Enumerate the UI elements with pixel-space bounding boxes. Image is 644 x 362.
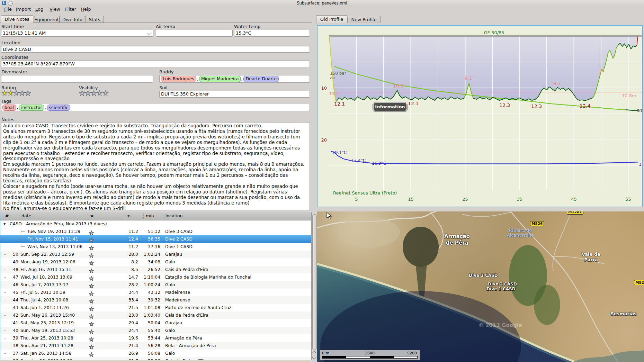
dive-duration: 1:00:24 [139, 282, 160, 287]
coordinates-field[interactable]: 37°05'23.460"N 8°20'47.879"W [1, 61, 310, 67]
dive-depth: 12.4 [118, 236, 138, 242]
dive-row[interactable]: –47Wed, Jul 10, 2013 13:09★★★★★14.71:10:… [0, 273, 311, 281]
dive-date: Sat, May 25, 2013 12:19 [20, 320, 74, 325]
dive-list-scrollbar[interactable] [312, 212, 317, 360]
svg-text:80: 80 [636, 108, 642, 113]
chip-separator: , [197, 76, 198, 82]
column-header-★[interactable]: ★ [88, 213, 94, 219]
dive-depth: 11.2 [118, 229, 138, 234]
svg-text:16.9°C: 16.9°C [372, 161, 386, 166]
divemaster-field[interactable] [1, 75, 153, 83]
expander-icon[interactable]: ▾– [3, 221, 8, 226]
menu-file[interactable]: File [3, 7, 12, 12]
dive-row[interactable]: –41Sat, May 25, 2013 12:19★★★★★29.450:04… [0, 319, 311, 327]
menu-import[interactable]: Import [15, 7, 32, 12]
svg-text:25: 25 [462, 197, 468, 202]
water-temp-field[interactable]: 15.3°C [234, 30, 310, 37]
dive-depth: 21.5 [118, 305, 138, 310]
dive-row[interactable]: –42Sun, May 26, 2013 15:40★★★★★23.01:03:… [0, 311, 311, 319]
dive-row[interactable]: –37Sat, Jan 26, 2013 14:58★★★★★26.956:08… [0, 350, 311, 357]
dive-location: Dive 1 CASD [165, 244, 193, 249]
dive-row[interactable]: –40Sun, May 19, 2013 15:53★★★★★24.455:40… [0, 327, 311, 334]
dive-row[interactable]: –45Fri, Jul 5, 2013 10:39★★★★★34.443:12M… [0, 289, 311, 296]
chip[interactable]: boat [2, 105, 16, 111]
star-icon: ★ [85, 89, 91, 97]
air-temp-field[interactable] [156, 30, 233, 37]
dive-row[interactable]: –48Fri, Aug 16, 2013 15:11★★★★★8.526:52C… [0, 266, 311, 273]
dive-duration: 39:32 [139, 297, 160, 302]
dive-depth: 21.4 [118, 343, 138, 348]
dive-number: 39 [3, 335, 18, 341]
dive-row[interactable]: –36Sun, Jan 20, 2013 12:33★★★★★21.758:36… [0, 357, 311, 360]
column-header-min[interactable]: min [143, 213, 154, 219]
start-time-combo[interactable]: 11/15/13 11:41 AM [1, 30, 153, 37]
dive-row[interactable]: –43Sat, Jun 1, 2013 11:26★★★★★21.51:01:0… [0, 304, 311, 311]
chip[interactable]: Miguel Madureira [199, 76, 241, 82]
dive-date: Sun, Sep 22, 2013 12:59 [20, 252, 74, 257]
dive-row[interactable]: –50Sun, Sep 22, 2013 12:59★★★★★28.01:02:… [0, 251, 311, 258]
buddy-field[interactable]: Luís Rodrigues,Miguel Madureira,Duarte D… [159, 75, 310, 83]
dive-row[interactable]: ├─Tue, Nov 19, 2013 11:39★★★★★11.251:32D… [0, 228, 311, 235]
menu-log[interactable]: Log [35, 7, 44, 12]
star-icon: ★ [91, 89, 97, 97]
menu-help[interactable]: Help [80, 7, 92, 12]
tab-old-profile[interactable]: Old Profile [316, 15, 347, 23]
dive-location: Cais da Pedra d'Eira [165, 267, 208, 272]
dive-row[interactable]: –49Mon, Aug 19, 2013 12:06★★★★★8.234:08G… [0, 258, 311, 266]
dive-duration: 56:35 [139, 236, 160, 242]
location-field[interactable]: Dive 2 CASD [1, 46, 310, 53]
dive-depth: 34.4 [118, 290, 138, 295]
dive-duration: 43:12 [139, 290, 160, 295]
dive-row[interactable]: –44Thu, Jul 4, 2013 10:08★★★★★33.439:32M… [0, 296, 311, 304]
visibility-stars[interactable]: ★★★★★ [79, 89, 108, 97]
dive-number: 40 [3, 328, 18, 333]
svg-text:10.8m: 10.8m [622, 93, 636, 98]
scroll-down-icon[interactable] [312, 355, 316, 360]
dive-location: Cais da Pedra d'Eira [165, 313, 208, 318]
trip-group-row[interactable]: ▾–CASD - Armação de Pêra, Nov 2013 (3 di… [0, 220, 311, 228]
star-icon: ★ [97, 89, 102, 97]
menu-view[interactable]: View [49, 7, 61, 12]
dive-location: Armação de Pêra [165, 335, 202, 341]
svg-text:12.4: 12.4 [580, 103, 590, 109]
dive-date: Sat, Jun 1, 2013 11:26 [20, 305, 69, 310]
dive-location: Galo [165, 282, 175, 287]
dive-list-header[interactable]: #date★mminlocation [0, 212, 311, 220]
dive-duration: 55:40 [139, 328, 160, 333]
dive-site-map[interactable]: Armação de PêraRibeira de AlcantarilhaVa… [317, 211, 644, 362]
scroll-up-icon[interactable] [312, 351, 316, 355]
tab-dive-info[interactable]: Dive Info [60, 16, 85, 23]
dive-row[interactable]: –38Sun, Apr 21, 2013 11:28★★★★★21.456:28… [0, 342, 311, 350]
column-header-date[interactable]: date [19, 213, 31, 219]
tab-dive-notes[interactable]: Dive Notes [1, 15, 33, 23]
rating-stars[interactable]: ★★★★★ [1, 89, 31, 97]
tab-equipment[interactable]: Equipment [34, 16, 60, 23]
dive-row[interactable]: └─Wed, Nov 13, 2013 11:06★★★★★11.237:36D… [0, 243, 311, 251]
chip[interactable]: scientific [47, 105, 71, 111]
dive-duration: 1:01:08 [139, 305, 160, 310]
information-button[interactable]: Information [373, 102, 407, 111]
dive-depth: 11.2 [118, 244, 138, 249]
chip[interactable]: Duarte Duarte [243, 76, 279, 82]
chip[interactable]: instructor [19, 105, 44, 111]
tab-new-profile[interactable]: New Profile [347, 16, 381, 23]
dive-duration: 26:52 [139, 267, 160, 272]
dive-row[interactable]: –39Thu, Apr 25, 2013 10:28★★★★★19.653:44… [0, 334, 311, 342]
dive-list-table[interactable]: #date★mminlocation ▾–CASD - Armação de P… [0, 212, 312, 360]
notes-textarea[interactable]: Aula do curso CASD. Transectos c/video e… [1, 122, 310, 210]
dive-row[interactable]: –46Sun, Jul 7, 2013 17:17★★★★★28.21:00:2… [0, 281, 311, 289]
menu-filter[interactable]: Filter [64, 7, 77, 12]
star-icon: ★ [1, 89, 7, 97]
scale-bar-segments [322, 356, 418, 359]
scrollbar-handle[interactable] [312, 214, 317, 350]
chip[interactable]: Luís Rodrigues [161, 76, 196, 82]
dive-date: Wed, Nov 13, 2013 11:06 [27, 244, 82, 249]
column-header-location[interactable]: location [163, 213, 183, 219]
svg-text:45: 45 [571, 197, 577, 202]
column-header-m[interactable]: m [124, 213, 131, 219]
column-header-#[interactable]: # [3, 213, 9, 219]
tab-stats[interactable]: Stats [85, 16, 104, 23]
suit-field[interactable]: DUI TLS 350 Explorer [159, 91, 310, 98]
dive-row[interactable]: ├─Fri, Nov 15, 2013 11:41★★★★★12.456:35D… [0, 235, 311, 243]
tags-field[interactable]: boat,instructor,scientific [1, 104, 310, 111]
